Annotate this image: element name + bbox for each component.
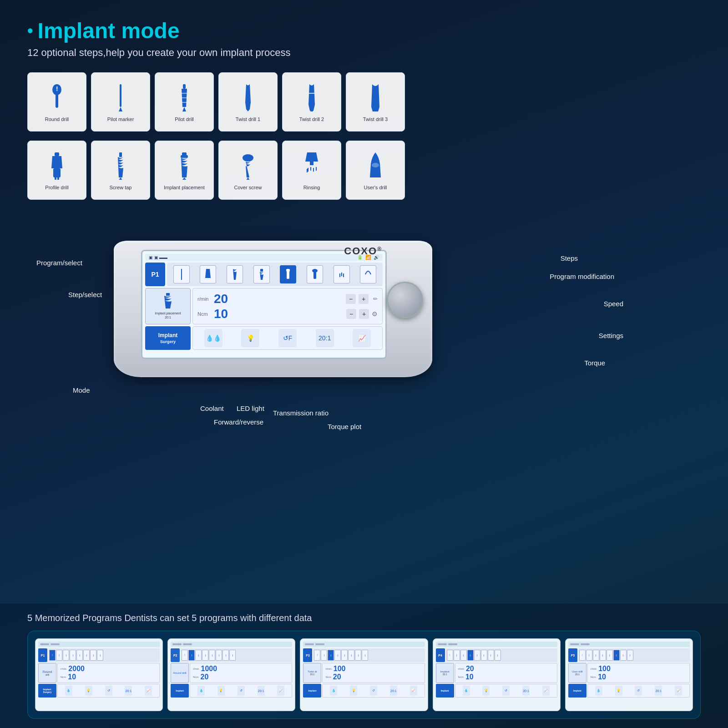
mini-prog-p5: P5: [568, 648, 577, 662]
speed-edit-icon[interactable]: ✏: [373, 296, 378, 302]
mini-speed-p3: 100: [334, 665, 346, 673]
led-light-annotation: LED light: [237, 404, 264, 412]
mini-speed-label: r/min: [325, 667, 331, 670]
mini-speed-label: r/min: [458, 667, 464, 670]
mini-screen-p4[interactable]: P4 ! | ⌇ ⌇ ⌇ ⌇ ⌇ ⌇ Implant 20:1: [433, 638, 561, 711]
icon-card-pilot-marker[interactable]: Pilot marker: [91, 72, 150, 131]
mini-controls-p4: 💧 💡 ↺ 20:1 📈: [455, 684, 557, 698]
speed-plus-button[interactable]: +: [359, 294, 369, 304]
mini-ctrl: 20:1: [655, 686, 662, 696]
svg-marker-22: [246, 177, 250, 180]
mini-ctrl: 📈: [277, 686, 284, 696]
mini-screen-p5[interactable]: P5 ! | ⌇ ⌇ ⌇ ⌇ ⌇ ⌇ User drill 20:1: [565, 638, 693, 711]
twist-drill1-label: Twist drill 1: [236, 116, 260, 122]
step-icon-3[interactable]: [253, 265, 270, 283]
svg-rect-18: [181, 155, 188, 158]
implant-placement-icon: [171, 150, 198, 182]
svg-rect-33: [287, 271, 289, 279]
mini-step: ⌇: [202, 650, 208, 661]
top-section: • Implant mode 12 optional steps,help yo…: [0, 0, 728, 218]
mini-controls-p3: 💧 💡 ↺ 20:1 📈: [322, 684, 425, 698]
program-indicator[interactable]: P1: [145, 263, 165, 286]
mini-screen-p1[interactable]: P1 ! | ⌇ ⌇ ⌇ ⌇ ⌇ ⌇ Round drill: [35, 638, 163, 711]
mini-step: ⌇: [83, 650, 90, 661]
mini-speed-p2: 1000: [201, 665, 217, 673]
step-icon-6[interactable]: [334, 265, 350, 283]
mode-box[interactable]: Implant Surgery: [145, 326, 191, 350]
mini-ctrl: 20:1: [390, 686, 397, 696]
icon-card-twist-drill2[interactable]: Twist drill 2: [282, 72, 341, 131]
coolant-button[interactable]: 💧💧: [204, 329, 222, 347]
icon-card-users-drill[interactable]: User's drill: [346, 141, 405, 200]
mini-step: !: [182, 650, 188, 661]
mini-step: ⌇: [334, 650, 341, 661]
twist-drill1-icon: [234, 82, 262, 114]
device-body: ▣ ▣ ▬▬ 🔋 📶 🔊 P1: [114, 227, 455, 373]
icon-card-round-drill[interactable]: ! Round drill: [27, 72, 86, 131]
mini-step: ⌇: [209, 650, 215, 661]
device-knob[interactable]: [387, 282, 423, 318]
torque-plot-button[interactable]: 📈: [353, 329, 371, 347]
svg-rect-39: [166, 293, 170, 296]
mini-implant-p4: Implant 20:1: [436, 663, 454, 683]
twist-drill2-label: Twist drill 2: [299, 116, 324, 122]
mini-num-row-speed: r/min 2000: [61, 665, 157, 673]
mini-speed-p4: 20: [466, 665, 474, 673]
speed-minus-button[interactable]: −: [346, 294, 356, 304]
mini-step: ⌇: [488, 650, 494, 661]
forward-reverse-button[interactable]: ↺F: [278, 329, 297, 347]
icon-card-screw-tap[interactable]: Screw tap: [91, 141, 150, 200]
screen-inner: ▣ ▣ ▬▬ 🔋 📶 🔊 P1: [142, 251, 385, 358]
icon-card-rinsing[interactable]: Rinsing: [282, 141, 341, 200]
svg-rect-5: [183, 84, 186, 89]
icon-card-cover-screw[interactable]: Cover screw: [218, 141, 278, 200]
svg-marker-4: [119, 107, 122, 111]
mini-prog-p4: P4: [436, 648, 445, 662]
step-icon-5[interactable]: [307, 265, 323, 283]
mini-ctrl: 20:1: [125, 686, 132, 696]
icon-card-pilot-drill[interactable]: Pilot drill: [155, 72, 214, 131]
mini-row3-p5: Implant 💧 💡 ↺ 20:1 📈: [568, 684, 690, 698]
cover-screw-icon: [234, 150, 262, 182]
step-icon-0[interactable]: [173, 265, 190, 283]
mini-ctrl: 📈: [542, 686, 550, 696]
mini-implant-p5: User drill 20:1: [568, 663, 586, 683]
mini-torque-p4: 10: [465, 673, 474, 681]
mini-step-active: ⌇: [613, 650, 620, 661]
svg-rect-14: [57, 177, 59, 180]
mini-numbers-p1: r/min 2000 Ncm 10: [57, 663, 160, 683]
mini-step-active: ⌇: [467, 650, 474, 661]
led-button[interactable]: 💡: [241, 329, 259, 347]
mini-screen-p2[interactable]: P2 ! | ⌇ ⌇ ⌇ ⌇ ⌇ ⌇ Round drill: [167, 638, 295, 711]
mini-num-row-speed: r/min 1000: [193, 665, 289, 673]
implant-drill-icon: [161, 293, 175, 312]
svg-marker-16: [118, 177, 123, 180]
step-icon-2[interactable]: [227, 265, 243, 283]
torque-plus-button[interactable]: +: [359, 309, 369, 319]
screen-status-left: ▣ ▣ ▬▬: [149, 255, 167, 260]
ratio-button[interactable]: 20:1: [316, 329, 334, 347]
step-icon-7[interactable]: [360, 265, 376, 283]
icon-card-twist-drill3[interactable]: Twist drill 3: [346, 72, 405, 131]
device-screen[interactable]: ▣ ▣ ▬▬ 🔋 📶 🔊 P1: [141, 250, 387, 359]
device-chassis: ▣ ▣ ▬▬ 🔋 📶 🔊 P1: [114, 241, 432, 377]
implant-box-label: Implant placement: [155, 312, 181, 315]
mini-screen-p3[interactable]: P3 ! | ⌇ ⌇ ⌇ ⌇ ⌇ ⌇ Twist dr 20:1: [300, 638, 428, 711]
mini-controls-p2: 💧 💡 ↺ 20:1 📈: [190, 684, 292, 698]
step-icon-1[interactable]: [200, 265, 216, 283]
settings-icon[interactable]: ⚙: [372, 310, 378, 318]
mini-row2-p5: User drill 20:1 r/min 100 Ncm 10: [568, 663, 690, 683]
mini-numbers-p3: r/min 100 Ncm 20: [322, 663, 425, 683]
mini-prog-p1: P1: [38, 648, 47, 662]
mini-implant-p1: Round drill: [38, 663, 56, 683]
icon-card-implant-placement[interactable]: Implant placement: [155, 141, 214, 200]
icon-card-profile-drill[interactable]: Profile drill: [27, 141, 86, 200]
mini-step: ⌇: [222, 650, 229, 661]
mini-topbar-dot: [40, 643, 49, 645]
transmission-ratio-annotation: Transmission ratio: [273, 409, 329, 417]
icon-card-twist-drill1[interactable]: Twist drill 1: [218, 72, 278, 131]
step-icon-4-active[interactable]: [280, 265, 296, 283]
torque-minus-button[interactable]: −: [346, 309, 356, 319]
icon-grid-row2: Profile drill Screw tap Imp: [27, 141, 701, 200]
mini-ctrl: 💡: [482, 686, 490, 696]
